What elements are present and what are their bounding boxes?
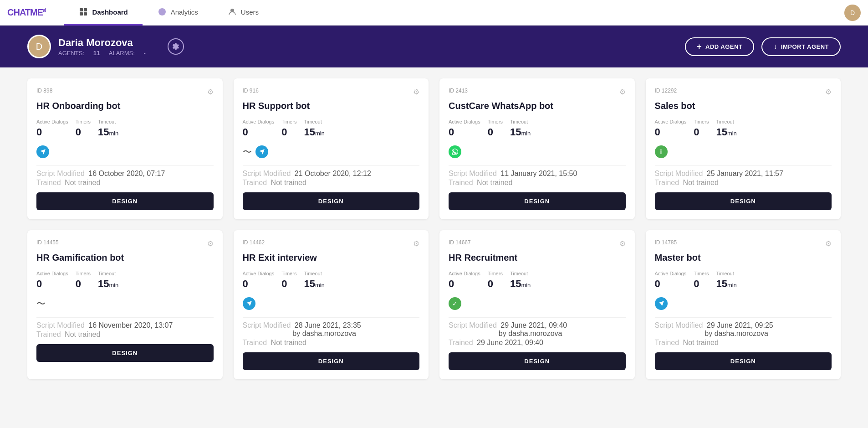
bot-settings-icon[interactable]: ⚙ [825, 239, 832, 248]
bot-id: ID 898 [36, 88, 52, 94]
nav-users-label: Users [241, 8, 259, 16]
active-dialogs-stat: Active Dialogs 0 [243, 119, 275, 138]
bot-card-header: ID 14785 ⚙ [655, 239, 832, 248]
brand-logo[interactable]: CHATMEai [7, 7, 46, 18]
nav-item-dashboard[interactable]: Dashboard [64, 0, 142, 26]
trained-label: Trained [243, 339, 267, 347]
timeout-value: 15min [716, 126, 736, 138]
trained-row: Trained Not trained [36, 330, 214, 339]
alarms-label: ALARMS: - [109, 50, 153, 57]
design-button[interactable]: DESIGN [655, 352, 832, 370]
design-button[interactable]: DESIGN [36, 344, 214, 362]
timers-label: Timers [488, 271, 503, 276]
header-user-meta: AGENTS: 11 ALARMS: - [58, 50, 160, 57]
trained-row: Trained Not trained [655, 179, 832, 187]
design-button[interactable]: DESIGN [243, 352, 420, 370]
active-dialogs-value: 0 [36, 126, 42, 138]
design-button[interactable]: DESIGN [655, 192, 832, 210]
bot-name: HR Onboarding bot [36, 100, 214, 112]
bot-settings-icon[interactable]: ⚙ [825, 88, 832, 96]
design-button[interactable]: DESIGN [243, 192, 420, 210]
trained-label: Trained [243, 179, 267, 187]
timeout-unit: min [727, 130, 737, 137]
bot-settings-icon[interactable]: ⚙ [619, 239, 626, 248]
trained-value: Not trained [269, 339, 306, 347]
trained-value: Not trained [63, 179, 101, 187]
nav-item-users[interactable]: Users [213, 0, 273, 26]
dashboard-icon [78, 7, 88, 17]
active-dialogs-stat: Active Dialogs 0 [36, 119, 68, 138]
trained-row: Trained Not trained [449, 179, 626, 187]
bot-stats: Active Dialogs 0 Timers 0 Timeout 15min [449, 271, 626, 290]
bot-channels [449, 145, 626, 158]
active-dialogs-label: Active Dialogs [655, 119, 687, 124]
timeout-value: 15min [304, 278, 324, 290]
brand-sup: ai [43, 8, 46, 13]
timers-label: Timers [281, 271, 296, 276]
analytics-icon [157, 7, 167, 17]
bot-settings-icon[interactable]: ⚙ [207, 239, 214, 248]
svg-rect-2 [80, 12, 83, 15]
design-button[interactable]: DESIGN [36, 192, 214, 210]
svg-rect-3 [84, 12, 87, 15]
script-modified-value: 25 January 2021, 11:57 [705, 170, 783, 178]
divider [243, 165, 420, 166]
user-avatar-nav[interactable]: D [844, 5, 861, 21]
bot-settings-icon[interactable]: ⚙ [413, 88, 419, 96]
bot-settings-icon[interactable]: ⚙ [413, 239, 419, 248]
trained-value: Not trained [681, 339, 719, 347]
trained-row: Trained Not trained [243, 179, 420, 187]
svg-rect-1 [84, 8, 87, 11]
timers-stat: Timers 0 [76, 119, 91, 138]
bot-id: ID 14455 [36, 239, 59, 246]
timers-label: Timers [76, 271, 91, 276]
telegram-icon [36, 145, 49, 158]
trained-label: Trained [36, 330, 61, 339]
agents-label: AGENTS: 11 [58, 50, 102, 57]
divider [243, 317, 420, 318]
bot-settings-icon[interactable]: ⚙ [207, 88, 214, 96]
bot-card-6: ID 14667 ⚙ HR Recruitment Active Dialogs… [439, 230, 635, 379]
timeout-label: Timeout [510, 119, 528, 124]
script-modified-label: Script Modified [243, 170, 291, 178]
bot-id: ID 14667 [449, 239, 471, 246]
bot-id: ID 2413 [449, 88, 468, 94]
navbar: CHATMEai Dashboard Analytics [0, 0, 868, 26]
bot-card-2: ID 2413 ⚙ CustCare WhatsApp bot Active D… [439, 78, 635, 219]
script-modified-value: 29 June 2021, 09:40by dasha.morozova [499, 321, 567, 338]
script-modified-row: Script Modified 29 June 2021, 09:25by da… [655, 321, 832, 338]
bot-settings-icon[interactable]: ⚙ [619, 88, 626, 96]
trained-row: Trained Not trained [36, 179, 214, 187]
active-dialogs-stat: Active Dialogs 0 [449, 119, 480, 138]
header-settings-icon[interactable] [168, 38, 184, 55]
script-modified-value: 28 June 2021, 23:35by dasha.morozova [292, 321, 361, 338]
design-button[interactable]: DESIGN [449, 352, 626, 370]
trained-value: Not trained [681, 179, 719, 187]
timers-label: Timers [281, 119, 296, 124]
active-dialogs-value: 0 [36, 278, 42, 290]
bot-card-5: ID 14462 ⚙ HR Exit interview Active Dial… [234, 230, 429, 379]
timeout-label: Timeout [716, 271, 734, 276]
design-button[interactable]: DESIGN [449, 192, 626, 210]
bot-card-1: ID 916 ⚙ HR Support bot Active Dialogs 0… [234, 78, 429, 219]
active-dialogs-label: Active Dialogs [243, 119, 275, 124]
script-modified-row: Script Modified 21 October 2020, 12:12 [243, 170, 420, 178]
timeout-label: Timeout [98, 271, 116, 276]
timeout-stat: Timeout 15min [510, 271, 531, 290]
svg-rect-0 [80, 8, 83, 11]
script-modified-row: Script Modified 16 November 2020, 13:07 [36, 321, 214, 330]
import-agent-button[interactable]: ↓ IMPORT AGENT [761, 37, 841, 56]
bot-name: Master bot [655, 252, 832, 263]
script-modified-label: Script Modified [449, 321, 497, 338]
nav-item-analytics[interactable]: Analytics [143, 0, 213, 26]
bot-stats: Active Dialogs 0 Timers 0 Timeout 15min [655, 271, 832, 290]
active-dialogs-value: 0 [243, 126, 248, 138]
script-modified-value: 16 November 2020, 13:07 [87, 321, 173, 330]
bot-name: Sales bot [655, 100, 832, 112]
add-agent-button[interactable]: + ADD AGENT [685, 37, 754, 56]
script-modified-label: Script Modified [36, 321, 85, 330]
bot-name: HR Exit interview [243, 252, 420, 263]
timeout-label: Timeout [510, 271, 528, 276]
bot-channels: 〜 [36, 297, 214, 310]
active-dialogs-label: Active Dialogs [449, 271, 480, 276]
